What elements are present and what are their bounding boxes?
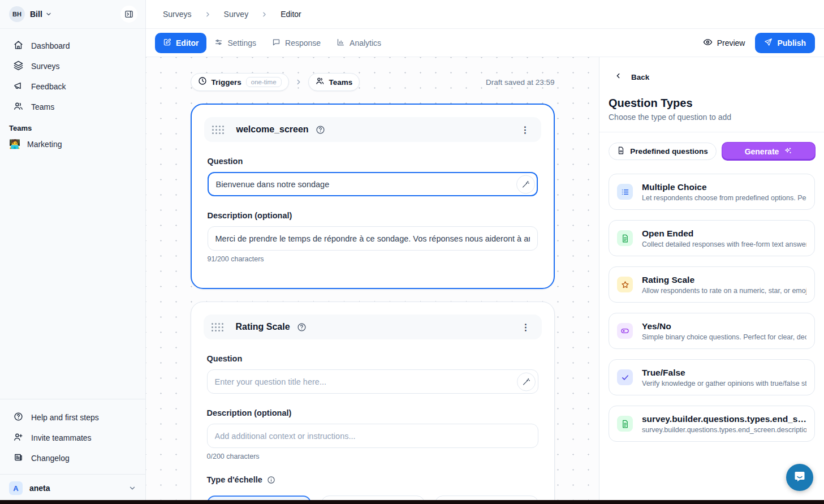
question-type-open-ended[interactable]: Open Ended Collect detailed responses wi…	[609, 220, 815, 256]
back-button[interactable]: Back	[599, 57, 824, 82]
sidebar: BH Bill Dashboard Surveys Feedback	[0, 0, 146, 504]
question-type-desc: survey.builder.questions.types.end_scree…	[642, 426, 806, 434]
tab-editor[interactable]: Editor	[155, 33, 206, 53]
char-counter: 91/200 characters	[208, 255, 538, 263]
help-circle-icon[interactable]	[297, 322, 307, 332]
avatar[interactable]: BH	[9, 6, 25, 22]
newspaper-icon	[14, 453, 23, 464]
tab-settings[interactable]: Settings	[206, 33, 264, 53]
team-emoji-icon: 🧑‍💻	[9, 139, 19, 149]
sidebar-item-surveys[interactable]: Surveys	[5, 56, 141, 76]
users-icon	[14, 101, 23, 113]
sidebar-item-label: Dashboard	[31, 41, 70, 50]
publish-button[interactable]: Publish	[755, 33, 815, 53]
users-icon	[316, 76, 325, 88]
sidebar-item-label: Help and first steps	[31, 413, 99, 422]
info-circle-icon[interactable]	[267, 476, 275, 484]
document-icon	[617, 230, 633, 246]
bar-chart-icon	[336, 38, 345, 48]
home-icon	[14, 40, 23, 51]
topbar: Surveys Survey Editor	[146, 0, 824, 29]
generate-label: Generate	[745, 147, 779, 156]
check-icon	[617, 369, 633, 385]
sidebar-item-changelog[interactable]: Changelog	[5, 448, 141, 468]
sidebar-item-label: Invite teammates	[31, 433, 92, 442]
panel-subtitle: Choose the type of question to add	[599, 110, 824, 122]
question-type-desc: Verify knowledge or gather opinions with…	[642, 380, 806, 387]
question-type-desc: Let respondents choose from predefined o…	[642, 194, 806, 202]
clock-icon	[198, 76, 207, 88]
question-type-end-screen[interactable]: survey.builder.questions.types.end_scr..…	[609, 406, 815, 442]
back-label: Back	[631, 73, 649, 81]
layers-icon	[14, 61, 23, 72]
chevron-right-icon	[204, 11, 212, 18]
sidebar-collapse-button[interactable]	[120, 6, 137, 23]
question-type-name: survey.builder.questions.types.end_scr..…	[642, 414, 806, 424]
chat-support-button[interactable]	[786, 464, 813, 491]
scale-type-label-text: Type d'échelle	[207, 475, 262, 484]
question-types-panel: Back Question Types Choose the type of q…	[599, 57, 824, 504]
question-card-rating-scale[interactable]: Rating Scale ⋮ Question Description (opt…	[191, 301, 555, 504]
magic-wand-icon[interactable]	[516, 175, 535, 193]
toggle-icon	[617, 323, 633, 339]
sidebar-item-dashboard[interactable]: Dashboard	[5, 36, 141, 56]
teams-chip-label: Teams	[329, 78, 353, 87]
tab-response[interactable]: Response	[264, 33, 329, 53]
triggers-chip[interactable]: Triggers one-time	[191, 73, 289, 91]
drag-handle-icon[interactable]	[212, 323, 223, 331]
sidebar-team-marketing[interactable]: 🧑‍💻 Marketing	[0, 135, 145, 153]
description-input[interactable]	[208, 226, 538, 251]
breadcrumb-surveys[interactable]: Surveys	[163, 10, 192, 19]
help-circle-icon[interactable]	[316, 125, 325, 135]
star-icon	[617, 277, 633, 292]
panel-title: Question Types	[599, 82, 824, 110]
question-label: Question	[207, 354, 538, 363]
chevron-right-icon	[261, 11, 268, 18]
teams-chip[interactable]: Teams	[308, 73, 360, 91]
breadcrumb-editor[interactable]: Editor	[281, 10, 301, 19]
sidebar-nav: Dashboard Surveys Feedback Teams	[0, 29, 145, 117]
team-label: Marketing	[27, 140, 62, 149]
chevron-left-icon	[614, 72, 622, 82]
chevron-down-icon[interactable]	[45, 11, 52, 18]
question-type-yes-no[interactable]: Yes/No Simple binary choice questions. P…	[609, 313, 815, 349]
preview-button[interactable]: Preview	[703, 37, 745, 49]
chevron-right-icon	[295, 78, 303, 86]
question-title-input[interactable]	[208, 172, 538, 196]
magic-wand-icon[interactable]	[517, 372, 536, 391]
generate-button[interactable]: Generate	[722, 143, 815, 160]
tab-analytics[interactable]: Analytics	[329, 33, 389, 53]
tab-label: Response	[285, 38, 321, 48]
question-title-input[interactable]	[207, 369, 538, 394]
sidebar-section-teams: Teams	[0, 117, 145, 135]
megaphone-icon	[14, 81, 23, 92]
description-label: Description (optional)	[207, 408, 538, 417]
question-type-multiple-choice[interactable]: Multiple Choice Let respondents choose f…	[609, 174, 815, 210]
sidebar-item-teams[interactable]: Teams	[5, 97, 141, 117]
predefined-questions-button[interactable]: Predefined questions	[609, 143, 717, 160]
flow-header: Triggers one-time Teams Draft saved at 2…	[191, 73, 555, 91]
question-type-desc: Simple binary choice questions. Perfect …	[642, 333, 806, 341]
send-icon	[764, 38, 773, 48]
kebab-menu-icon[interactable]: ⋮	[517, 123, 533, 136]
eye-icon	[703, 37, 713, 49]
description-input[interactable]	[207, 424, 538, 448]
question-type-name: Yes/No	[642, 321, 806, 331]
account-avatar: A	[9, 481, 23, 495]
question-type-rating-scale[interactable]: Rating Scale Allow respondents to rate o…	[609, 266, 815, 303]
question-type-true-false[interactable]: True/False Verify knowledge or gather op…	[609, 359, 815, 395]
sparkles-icon	[784, 147, 792, 157]
sidebar-item-invite[interactable]: Invite teammates	[5, 428, 141, 448]
workspace-name[interactable]: Bill	[30, 10, 42, 19]
breadcrumb-survey[interactable]: Survey	[224, 10, 249, 19]
sidebar-item-help[interactable]: Help and first steps	[5, 407, 141, 428]
question-card-welcome-screen[interactable]: welcome_screen ⋮ Question Description (o…	[191, 104, 555, 289]
drag-handle-icon[interactable]	[212, 126, 224, 134]
kebab-menu-icon[interactable]: ⋮	[518, 321, 534, 334]
tab-label: Settings	[227, 38, 256, 48]
user-plus-icon	[14, 432, 23, 443]
question-card-title: welcome_screen	[236, 124, 309, 135]
account-name: aneta	[29, 484, 50, 493]
sidebar-item-label: Teams	[31, 102, 54, 111]
sidebar-item-feedback[interactable]: Feedback	[5, 76, 141, 97]
